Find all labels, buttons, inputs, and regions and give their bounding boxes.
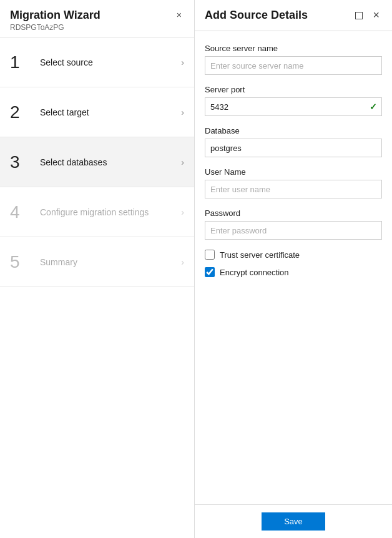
step-item-summary[interactable]: 5 Summary › <box>0 237 194 287</box>
encrypt-connection-group: Encrypt connection <box>205 267 382 277</box>
left-panel: Migration Wizard RDSPGToAzPG × 1 Select … <box>0 0 195 538</box>
encrypt-connection-checkbox[interactable] <box>205 267 215 277</box>
chevron-right-icon-5: › <box>181 257 184 267</box>
step-label-select-source: Select source <box>40 57 176 67</box>
step-number-2: 2 <box>10 104 32 121</box>
left-header: Migration Wizard RDSPGToAzPG × <box>0 0 194 37</box>
step-number-1: 1 <box>10 54 32 71</box>
source-server-name-label: Source server name <box>205 44 382 53</box>
header-icons: × <box>353 7 382 23</box>
step-item-select-source[interactable]: 1 Select source › <box>0 37 194 87</box>
password-label: Password <box>205 208 382 218</box>
right-footer: Save <box>195 504 392 538</box>
maximize-button[interactable] <box>353 11 365 21</box>
database-group: Database <box>205 126 382 157</box>
wizard-close-button[interactable]: × <box>174 9 184 21</box>
wizard-subtitle: RDSPGToAzPG <box>10 23 100 32</box>
step-item-select-target[interactable]: 2 Select target › <box>0 87 194 137</box>
server-port-input-wrapper: ✓ <box>205 97 382 116</box>
user-name-input[interactable] <box>205 180 382 198</box>
chevron-right-icon-2: › <box>181 107 184 117</box>
wizard-title: Migration Wizard <box>10 9 100 22</box>
trust-certificate-label: Trust server certificate <box>220 250 300 260</box>
step-label-select-target: Select target <box>40 107 176 117</box>
encrypt-connection-label: Encrypt connection <box>220 268 289 277</box>
user-name-label: User Name <box>205 167 382 177</box>
step-label-summary: Summary <box>40 257 176 267</box>
database-input[interactable] <box>205 139 382 157</box>
form-area: Source server name Server port ✓ Databas… <box>195 31 392 504</box>
right-panel: Add Source Details × Source server name … <box>195 0 392 538</box>
right-header: Add Source Details × <box>195 0 392 31</box>
user-name-group: User Name <box>205 167 382 198</box>
step-item-configure-migration[interactable]: 4 Configure migration settings › <box>0 187 194 237</box>
trust-certificate-checkbox[interactable] <box>205 250 215 260</box>
step-label-select-databases: Select databases <box>40 157 176 167</box>
close-button[interactable]: × <box>370 7 382 23</box>
chevron-right-icon-3: › <box>181 157 184 167</box>
step-number-4: 4 <box>10 203 32 221</box>
chevron-right-icon-4: › <box>181 207 184 217</box>
database-label: Database <box>205 126 382 135</box>
step-item-select-databases[interactable]: 3 Select databases › <box>0 137 194 187</box>
right-panel-title: Add Source Details <box>205 9 308 22</box>
checkmark-icon: ✓ <box>370 102 377 112</box>
step-number-3: 3 <box>10 154 32 171</box>
server-port-input[interactable] <box>205 97 382 116</box>
source-server-name-input[interactable] <box>205 56 382 75</box>
maximize-icon <box>355 12 363 19</box>
save-button[interactable]: Save <box>262 512 325 531</box>
password-group: Password <box>205 208 382 240</box>
step-number-5: 5 <box>10 253 32 271</box>
chevron-right-icon-1: › <box>181 57 184 67</box>
server-port-label: Server port <box>205 85 382 94</box>
password-input[interactable] <box>205 221 382 240</box>
step-label-configure-migration: Configure migration settings <box>40 207 176 217</box>
trust-certificate-group: Trust server certificate <box>205 250 382 260</box>
source-server-name-group: Source server name <box>205 44 382 75</box>
server-port-group: Server port ✓ <box>205 85 382 116</box>
